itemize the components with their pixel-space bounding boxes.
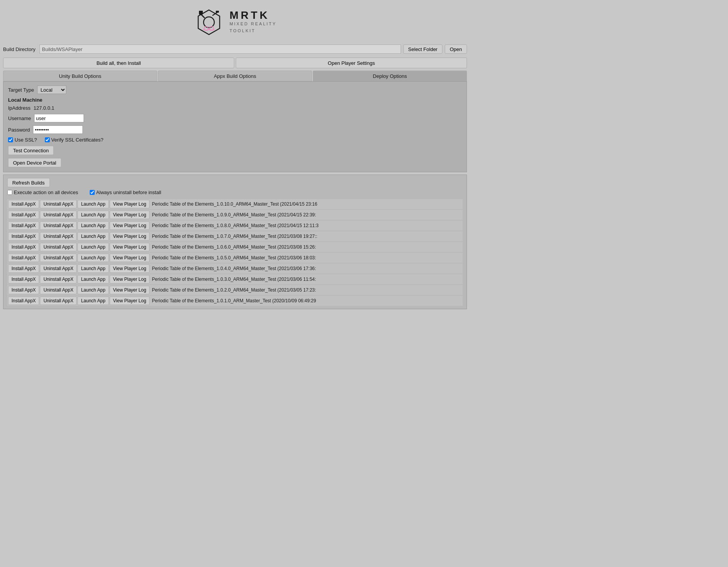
uninstall-appx-button[interactable]: Uninstall AppX bbox=[40, 221, 77, 230]
header-text: MRTK MIXED REALITY TOOLKIT bbox=[230, 10, 277, 34]
view-player-log-button[interactable]: View Player Log bbox=[110, 286, 150, 294]
view-player-log-button[interactable]: View Player Log bbox=[110, 211, 150, 219]
uninstall-appx-button[interactable]: Uninstall AppX bbox=[40, 264, 77, 273]
ssl-options-row: Use SSL? Verify SSL Certificates? bbox=[8, 137, 462, 143]
view-player-log-button[interactable]: View Player Log bbox=[110, 254, 150, 262]
uninstall-appx-button[interactable]: Uninstall AppX bbox=[40, 232, 77, 241]
launch-app-button[interactable]: Launch App bbox=[77, 232, 108, 241]
uninstall-appx-button[interactable]: Uninstall AppX bbox=[40, 297, 77, 305]
username-input[interactable] bbox=[34, 114, 84, 122]
target-type-select[interactable]: Local Remote Device bbox=[37, 86, 66, 94]
install-appx-button[interactable]: Install AppX bbox=[8, 221, 39, 230]
use-ssl-label: Use SSL? bbox=[15, 137, 37, 143]
view-player-log-button[interactable]: View Player Log bbox=[110, 200, 150, 208]
uninstall-appx-button[interactable]: Uninstall AppX bbox=[40, 254, 77, 262]
builds-options-row: Execute action on all devices Always uni… bbox=[7, 190, 463, 195]
launch-app-button[interactable]: Launch App bbox=[77, 211, 108, 219]
uninstall-appx-button[interactable]: Uninstall AppX bbox=[40, 275, 77, 284]
launch-app-button[interactable]: Launch App bbox=[77, 200, 108, 208]
app-subtitle-line1: MIXED REALITY bbox=[230, 21, 277, 28]
build-row: Install AppXUninstall AppXLaunch AppView… bbox=[7, 231, 463, 241]
execute-all-checkbox-item[interactable]: Execute action on all devices bbox=[7, 190, 78, 195]
build-name: Periodic Table of the Elements_1.0.7.0_A… bbox=[150, 234, 462, 239]
always-uninstall-checkbox-item[interactable]: Always uninstall before install bbox=[90, 190, 161, 195]
uninstall-appx-button[interactable]: Uninstall AppX bbox=[40, 211, 77, 219]
launch-app-button[interactable]: Launch App bbox=[77, 254, 108, 262]
build-row: Install AppXUninstall AppXLaunch AppView… bbox=[7, 253, 463, 263]
execute-all-label: Execute action on all devices bbox=[14, 190, 78, 195]
tab-deploy-options[interactable]: Deploy Options bbox=[313, 71, 467, 81]
open-button[interactable]: Open bbox=[445, 45, 467, 54]
verify-ssl-checkbox-item[interactable]: Verify SSL Certificates? bbox=[45, 137, 104, 143]
test-connection-button[interactable]: Test Connection bbox=[8, 146, 54, 155]
refresh-builds-button[interactable]: Refresh Builds bbox=[7, 178, 50, 187]
install-appx-button[interactable]: Install AppX bbox=[8, 275, 39, 284]
app-subtitle-line2: TOOLKIT bbox=[230, 28, 277, 35]
tabs-row: Unity Build Options Appx Build Options D… bbox=[3, 71, 467, 81]
verify-ssl-label: Verify SSL Certificates? bbox=[51, 137, 104, 143]
install-appx-button[interactable]: Install AppX bbox=[8, 232, 39, 241]
build-name: Periodic Table of the Elements_1.0.2.0_A… bbox=[150, 287, 462, 293]
select-folder-button[interactable]: Select Folder bbox=[403, 45, 443, 54]
uninstall-appx-button[interactable]: Uninstall AppX bbox=[40, 243, 77, 251]
build-name: Periodic Table of the Elements_1.0.1.0_A… bbox=[150, 298, 462, 303]
mrtk-logo bbox=[194, 7, 224, 38]
builds-section: Refresh Builds Execute action on all dev… bbox=[3, 175, 467, 309]
ip-address-label: IpAddress bbox=[8, 105, 31, 111]
tab-unity-build-options[interactable]: Unity Build Options bbox=[3, 71, 157, 81]
install-appx-button[interactable]: Install AppX bbox=[8, 297, 39, 305]
install-appx-button[interactable]: Install AppX bbox=[8, 264, 39, 273]
view-player-log-button[interactable]: View Player Log bbox=[110, 243, 150, 251]
header: MRTK MIXED REALITY TOOLKIT bbox=[0, 0, 470, 43]
build-row: Install AppXUninstall AppXLaunch AppView… bbox=[7, 199, 463, 209]
build-row: Install AppXUninstall AppXLaunch AppView… bbox=[7, 221, 463, 231]
app-title: MRTK bbox=[230, 10, 277, 21]
use-ssl-checkbox[interactable] bbox=[8, 137, 13, 142]
view-player-log-button[interactable]: View Player Log bbox=[110, 221, 150, 230]
launch-app-button[interactable]: Launch App bbox=[77, 264, 108, 273]
build-row: Install AppXUninstall AppXLaunch AppView… bbox=[7, 242, 463, 252]
execute-all-checkbox[interactable] bbox=[7, 190, 12, 195]
password-label: Password bbox=[8, 127, 30, 133]
build-row: Install AppXUninstall AppXLaunch AppView… bbox=[7, 274, 463, 284]
open-player-settings-button[interactable]: Open Player Settings bbox=[236, 58, 467, 68]
build-directory-label: Build Directory bbox=[3, 46, 36, 52]
view-player-log-button[interactable]: View Player Log bbox=[110, 264, 150, 273]
build-row: Install AppXUninstall AppXLaunch AppView… bbox=[7, 210, 463, 220]
build-name: Periodic Table of the Elements_1.0.9.0_A… bbox=[150, 212, 462, 218]
launch-app-button[interactable]: Launch App bbox=[77, 297, 108, 305]
launch-app-button[interactable]: Launch App bbox=[77, 275, 108, 284]
launch-app-button[interactable]: Launch App bbox=[77, 221, 108, 230]
launch-app-button[interactable]: Launch App bbox=[77, 243, 108, 251]
install-appx-button[interactable]: Install AppX bbox=[8, 243, 39, 251]
launch-app-button[interactable]: Launch App bbox=[77, 286, 108, 294]
view-player-log-button[interactable]: View Player Log bbox=[110, 232, 150, 241]
ip-address-value: 127.0.0.1 bbox=[34, 105, 54, 111]
uninstall-appx-button[interactable]: Uninstall AppX bbox=[40, 286, 77, 294]
main-content: Build Directory Select Folder Open Build… bbox=[0, 43, 470, 312]
use-ssl-checkbox-item[interactable]: Use SSL? bbox=[8, 137, 37, 143]
always-uninstall-checkbox[interactable] bbox=[90, 190, 95, 195]
build-name: Periodic Table of the Elements_1.0.8.0_A… bbox=[150, 223, 462, 228]
uninstall-appx-button[interactable]: Uninstall AppX bbox=[40, 200, 77, 208]
install-appx-button[interactable]: Install AppX bbox=[8, 286, 39, 294]
action-buttons-row: Build all, then Install Open Player Sett… bbox=[3, 58, 467, 68]
build-directory-input[interactable] bbox=[39, 45, 401, 54]
svg-rect-7 bbox=[216, 11, 219, 13]
password-row: Password bbox=[8, 125, 462, 134]
view-player-log-button[interactable]: View Player Log bbox=[110, 275, 150, 284]
view-player-log-button[interactable]: View Player Log bbox=[110, 297, 150, 305]
build-name: Periodic Table of the Elements_1.0.6.0_A… bbox=[150, 244, 462, 250]
tab-appx-build-options[interactable]: Appx Build Options bbox=[158, 71, 312, 81]
verify-ssl-checkbox[interactable] bbox=[45, 137, 50, 142]
build-list: Install AppXUninstall AppXLaunch AppView… bbox=[7, 199, 463, 306]
install-appx-button[interactable]: Install AppX bbox=[8, 254, 39, 262]
open-device-portal-button[interactable]: Open Device Portal bbox=[8, 158, 61, 167]
build-name: Periodic Table of the Elements_1.0.5.0_A… bbox=[150, 255, 462, 260]
local-machine-section-header: Local Machine bbox=[8, 97, 462, 103]
build-name: Periodic Table of the Elements_1.0.4.0_A… bbox=[150, 266, 462, 271]
build-all-button[interactable]: Build all, then Install bbox=[3, 58, 234, 68]
install-appx-button[interactable]: Install AppX bbox=[8, 200, 39, 208]
install-appx-button[interactable]: Install AppX bbox=[8, 211, 39, 219]
password-input[interactable] bbox=[33, 125, 83, 134]
